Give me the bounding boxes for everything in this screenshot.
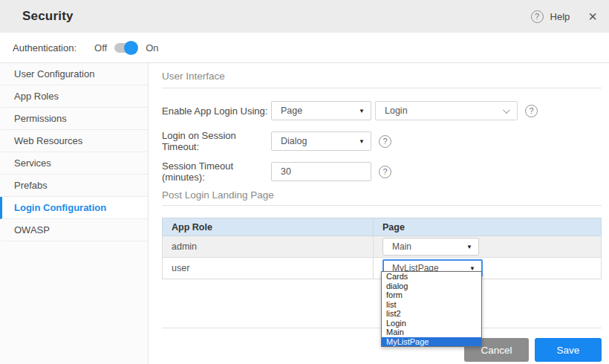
app-role-cell: admin [163,236,374,258]
admin-page-select[interactable]: Main ▼ [382,238,479,256]
landing-page-table: App Role Page admin Main ▼ user [162,218,602,279]
column-header-page: Page [374,218,602,236]
caret-down-icon: ▼ [466,244,472,250]
sidebar: User Configuration App Roles Permissions… [0,63,149,364]
help-icon[interactable]: ? [525,105,538,117]
help-link[interactable]: Help [550,11,570,22]
sidebar-item-app-roles[interactable]: App Roles [0,85,148,108]
dropdown-option[interactable]: dialog [382,282,481,291]
sidebar-item-login-configuration[interactable]: Login Configuration [0,197,148,219]
login-type-value: Page [281,105,302,116]
dropdown-option[interactable]: Cards [382,272,481,282]
login-page-combobox[interactable]: Login [375,101,518,120]
dropdown-option-selected[interactable]: MyListPage [382,337,481,347]
chevron-down-icon [503,106,510,114]
authentication-bar: Authentication: Off On [0,33,609,63]
caret-down-icon: ▼ [359,108,365,114]
dropdown-option[interactable]: Main [382,328,481,337]
sidebar-item-user-configuration[interactable]: User Configuration [0,63,148,85]
authentication-toggle[interactable] [114,43,135,53]
section-title-user-interface: User Interface [162,71,602,88]
toggle-knob [124,41,138,55]
admin-page-value: Main [392,241,411,252]
login-type-select[interactable]: Page ▼ [271,101,371,120]
dropdown-option[interactable]: form [382,290,481,300]
session-timeout-input[interactable] [271,162,371,181]
sidebar-item-prefabs[interactable]: Prefabs [0,175,148,197]
security-settings-page: Security ? Help × Authentication: Off On… [0,0,609,364]
login-page-value: Login [385,105,408,116]
sidebar-item-owasp[interactable]: OWASP [0,219,148,241]
page-title: Security [22,9,74,24]
authentication-label: Authentication: [13,42,76,53]
toggle-on-label: On [146,42,158,53]
column-header-app-role: App Role [163,218,374,236]
sidebar-item-web-resources[interactable]: Web Resources [0,130,148,152]
save-button[interactable]: Save [535,338,602,362]
close-icon[interactable]: × [588,9,597,24]
table-header-row: App Role Page [163,218,602,236]
help-icon[interactable]: ? [379,166,391,178]
header: Security ? Help × [0,0,609,33]
dropdown-option[interactable]: Login [382,319,481,328]
app-role-cell: user [163,258,374,279]
session-timeout-type-value: Dialog [281,136,307,146]
enable-app-login-label: Enable App Login Using: [162,105,271,117]
session-timeout-login-label: Login on Session Timeout: [162,130,271,152]
session-timeout-minutes-label: Session Timeout (minutes): [162,160,271,183]
main-content: User Interface Enable App Login Using: P… [149,63,609,364]
toggle-off-label: Off [94,42,107,53]
section-title-post-login: Post Login Landing Page [162,189,602,206]
table-row: admin Main ▼ [163,236,602,258]
help-icon[interactable]: ? [379,135,391,148]
caret-down-icon: ▼ [359,138,365,145]
dropdown-option[interactable]: list2 [382,309,481,319]
session-timeout-type-select[interactable]: Dialog ▼ [271,131,371,151]
sidebar-item-permissions[interactable]: Permissions [0,108,148,130]
help-icon[interactable]: ? [531,10,544,23]
page-dropdown-list: Cards dialog form list list2 Login Main … [381,271,482,347]
sidebar-item-services[interactable]: Services [0,152,148,175]
dropdown-option[interactable]: list [382,300,481,310]
